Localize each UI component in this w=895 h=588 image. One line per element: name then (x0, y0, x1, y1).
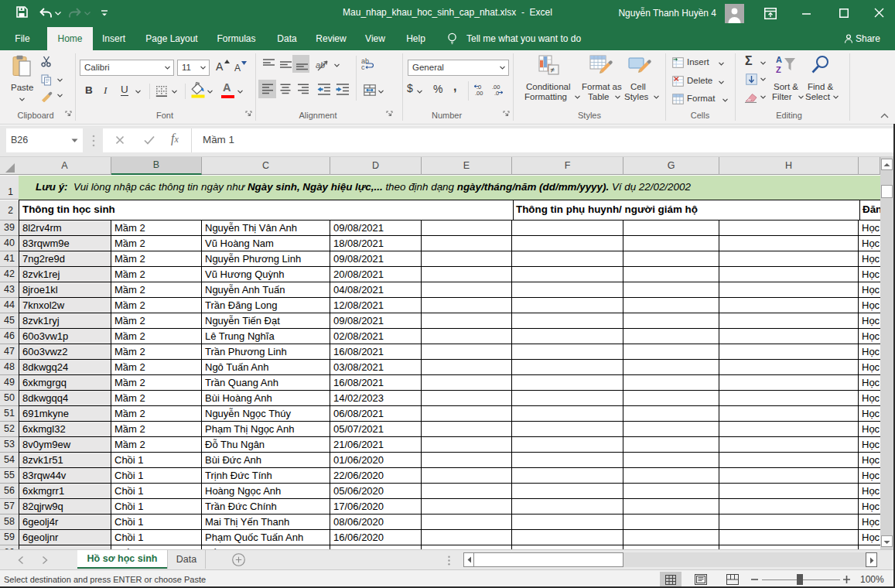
svg-text:Z: Z (776, 65, 781, 74)
svg-text:c: c (361, 63, 365, 71)
svg-text:.00: .00 (475, 90, 483, 96)
svg-text:A: A (776, 55, 782, 64)
svg-text:≠: ≠ (551, 66, 555, 74)
